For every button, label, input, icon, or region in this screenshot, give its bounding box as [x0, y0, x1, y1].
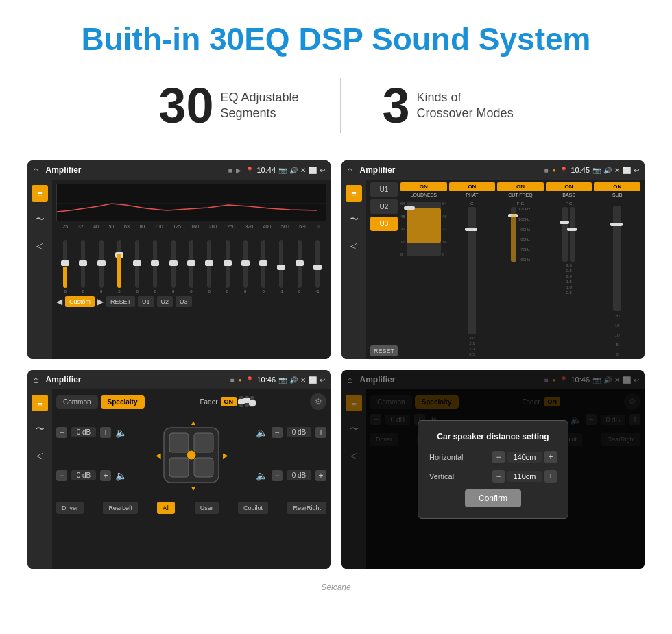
vol-plus-1[interactable]: +	[100, 427, 111, 438]
vol-plus-2[interactable]: +	[100, 470, 111, 481]
eq-chart-svg	[57, 184, 326, 221]
screen2-main: U1 U2 U3 RESET ON LOUDNESS	[366, 180, 645, 359]
screen2-body: ≡ 〜 ◁ U1 U2 U3 RESET	[341, 180, 645, 359]
next-btn[interactable]: ▶	[97, 297, 104, 306]
tab-common-3[interactable]: Common	[56, 395, 98, 409]
vol-minus-2[interactable]: −	[56, 470, 67, 481]
channel-bass: ON BASS F G	[546, 182, 592, 356]
vol-minus-3[interactable]: −	[272, 427, 283, 438]
vol-icon-2[interactable]: ◁	[346, 237, 362, 254]
fader-label: Fader	[200, 398, 217, 406]
wave-icon-2[interactable]: 〜	[346, 211, 362, 228]
vol-minus-1[interactable]: −	[56, 427, 67, 438]
camera-icon: 📷	[278, 167, 287, 174]
vol-icon-3[interactable]: ◁	[32, 447, 48, 463]
crossover-label: Kinds of Crossover Modes	[417, 90, 514, 122]
horizontal-plus[interactable]: +	[544, 451, 557, 463]
vol-row-1: − 0 dB + 🔈	[56, 427, 127, 438]
confirm-button[interactable]: Confirm	[465, 489, 521, 507]
window-icon: ⬜	[309, 167, 317, 174]
bass-name: BASS	[562, 193, 575, 197]
phat-toggle[interactable]: ON	[449, 182, 496, 191]
rearright-btn[interactable]: RearRight	[287, 502, 326, 514]
home-icon-2[interactable]: ⌂	[347, 164, 352, 175]
status-bar-3: ⌂ Amplifier ■ ● 📍 10:46 📷 🔊 ✕ ⬜ ↩	[27, 370, 331, 389]
cutfreq-toggle[interactable]: ON	[497, 182, 544, 191]
u3-btn[interactable]: U3	[176, 296, 192, 307]
vol-plus-3[interactable]: +	[315, 427, 326, 438]
sub-toggle[interactable]: ON	[594, 182, 640, 191]
dialog-title: Car speaker distance setting	[429, 432, 557, 441]
home-icon[interactable]: ⌂	[33, 164, 38, 175]
eq-chart	[56, 184, 326, 221]
custom-btn[interactable]: Custom	[65, 296, 95, 307]
channel-sub: ON SUB 20151050	[594, 182, 640, 356]
bass-toggle[interactable]: ON	[546, 182, 592, 191]
wave-icon-3[interactable]: 〜	[32, 421, 48, 437]
preset-u2[interactable]: U2	[370, 199, 398, 214]
rearleft-btn[interactable]: RearLeft	[103, 502, 138, 514]
window-icon-3: ⬜	[309, 376, 317, 384]
screen3-top-row: Common Specialty Fader ON ⚙	[56, 393, 326, 410]
settings-icon[interactable]: ⚙	[310, 393, 326, 410]
eq-footer: ◀ Custom ▶ RESET U1 U2 U3	[56, 296, 326, 307]
dot-icon-3: ●	[239, 377, 242, 383]
copilot-btn[interactable]: Copilot	[238, 502, 268, 514]
back-icon[interactable]: ↩	[320, 167, 325, 174]
home-icon-3[interactable]: ⌂	[33, 374, 38, 385]
eq-icon-2[interactable]: ≡	[346, 185, 362, 202]
stats-row: 30 EQ Adjustable Segments 3 Kinds of Cro…	[0, 71, 672, 154]
back-icon-3[interactable]: ↩	[320, 376, 325, 384]
vol-minus-4[interactable]: −	[272, 470, 283, 481]
vertical-minus[interactable]: −	[492, 470, 505, 483]
tab-specialty-3[interactable]: Specialty	[101, 395, 145, 409]
volume-icon-3: 🔊	[289, 376, 298, 384]
loudness-toggle[interactable]: ON	[400, 182, 447, 191]
slider-13: -1	[279, 240, 283, 293]
user-btn[interactable]: User	[195, 502, 219, 514]
channels: ON LOUDNESS 644832160	[400, 182, 640, 356]
page-header: Buith-in 30EQ DSP Sound System	[0, 0, 672, 71]
reset-btn[interactable]: RESET	[106, 296, 135, 307]
driver-btn[interactable]: Driver	[56, 502, 84, 514]
close-icon-3: ✕	[300, 376, 306, 384]
status-icons-2: 📍 10:45 📷 🔊 ✕ ⬜ ↩	[560, 166, 639, 174]
fader-toggle[interactable]: ON	[221, 397, 237, 406]
eq-icon-3[interactable]: ≡	[32, 395, 48, 411]
back-icon-2[interactable]: ↩	[634, 167, 639, 174]
all-btn[interactable]: All	[157, 502, 175, 514]
bass-sliders	[562, 207, 575, 262]
location-icon-2: 📍	[560, 167, 568, 174]
speaker-rr-icon: 🔈	[256, 470, 267, 481]
u1-btn[interactable]: U1	[138, 296, 154, 307]
eq-main-content: 25 32 40 50 63 80 100 125 160 200 250 32…	[52, 180, 331, 359]
record-icon-3: ■	[230, 376, 235, 384]
screen3-time: 10:46	[256, 376, 276, 384]
vol-icon[interactable]: ◁	[32, 237, 48, 254]
screen2-time: 10:45	[571, 166, 590, 174]
cutfreq-labels: F G	[517, 202, 524, 206]
slider-5: 0	[135, 240, 139, 293]
slider-9: 0	[207, 240, 211, 293]
screenshots-grid: ⌂ Amplifier ■ ▶ 📍 10:44 📷 🔊 ✕ ⬜ ↩ ≡ 〜 ◁	[0, 154, 672, 583]
phat-slider[interactable]	[468, 207, 476, 334]
dialog-vertical-row: Vertical − 110cm +	[429, 470, 557, 483]
screen3-main: Common Specialty Fader ON ⚙	[52, 389, 331, 569]
vertical-plus[interactable]: +	[544, 470, 557, 483]
speaker-diagram-area: ▲ ▼ ◀ ▶	[132, 414, 250, 496]
u2-btn[interactable]: U2	[157, 296, 173, 307]
vol-plus-4[interactable]: +	[315, 470, 326, 481]
wave-icon[interactable]: 〜	[32, 211, 48, 228]
preset-reset[interactable]: RESET	[370, 345, 398, 356]
prev-btn[interactable]: ◀	[56, 297, 62, 306]
loudness-scale: 644832160	[400, 202, 405, 256]
loudness-name: LOUDNESS	[411, 193, 437, 197]
horizontal-minus[interactable]: −	[492, 451, 505, 463]
fader-control: Fader ON	[200, 396, 254, 407]
sub-slider[interactable]	[613, 206, 621, 311]
preset-u1[interactable]: U1	[370, 182, 398, 197]
screen1-title: Amplifier	[45, 165, 224, 175]
eq-icon[interactable]: ≡	[32, 185, 48, 202]
preset-u3[interactable]: U3	[370, 217, 398, 231]
loudness-slider[interactable]	[407, 202, 441, 256]
